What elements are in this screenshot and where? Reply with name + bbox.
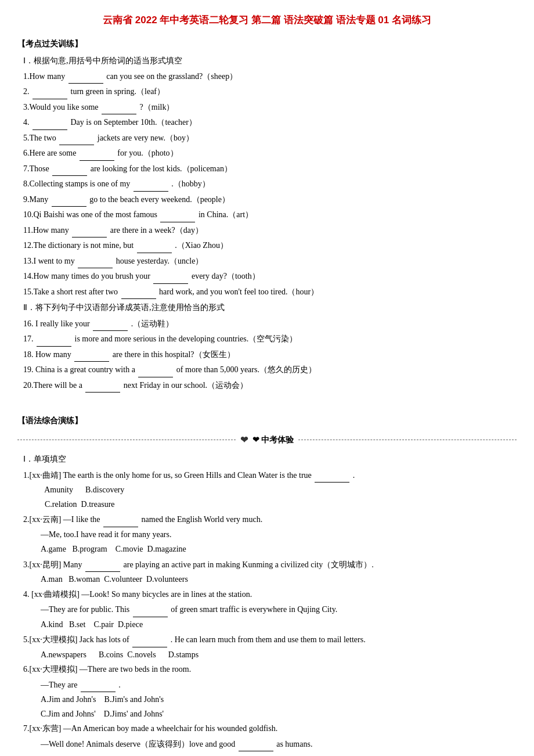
q3-1-options-ab: Amunity B.discovery: [41, 483, 517, 498]
page-title: 云南省 2022 年中考英语二轮复习 第二篇 语法突破篇 语法专题 01 名词练…: [17, 12, 517, 30]
blank-13: [78, 254, 113, 269]
blank-3-5: [132, 632, 167, 647]
q3-7-text2: —Well done! Animals deserve（应该得到）love an…: [41, 737, 517, 752]
q3-4-options: A.kind B.set C.pair D.piece: [41, 618, 517, 632]
blank-15: [121, 285, 156, 300]
q3: 3.Would you like some ?（milk）: [23, 100, 517, 115]
blank-3-4: [133, 602, 168, 617]
q18: 18. How many are there in this hospital?…: [23, 347, 517, 362]
blank-19: [138, 362, 173, 377]
q3-6-options-cd: C.Jim and Johns' D.Jims' and Johns': [41, 707, 517, 722]
blank-1: [68, 69, 103, 84]
q10: 10.Qi Baishi was one of the most famous …: [23, 207, 517, 222]
q5: 5.The two jackets are very new.（boy）: [23, 131, 517, 146]
q3-1-text: 1.[xx·曲靖] The earth is the only home for…: [23, 468, 517, 483]
q3-3-text: 3.[xx·昆明] Many are playing an active par…: [23, 557, 517, 573]
section1-header: 【考点过关训练】: [17, 37, 517, 51]
blank-5: [59, 131, 94, 146]
blank-10: [160, 207, 195, 222]
q3-7: 7.[xx·东营] —An American boy made a wheelc…: [23, 722, 517, 751]
q3-6: 6.[xx·大理模拟] —There are two beds in the r…: [23, 663, 517, 721]
blank-2: [33, 84, 67, 99]
blank-3-6: [81, 678, 116, 693]
q7: 7.Those are looking for the lost kids.（p…: [23, 161, 517, 177]
q17: 17. is more and more serious in the deve…: [23, 332, 517, 347]
blank-8: [134, 177, 168, 192]
blank-3-3: [85, 557, 120, 573]
blank-18: [74, 347, 109, 362]
q8: 8.Collecting stamps is one of my .（hobby…: [23, 177, 517, 192]
exam-center-label: ❤ 中考体验: [252, 433, 294, 447]
q3-6-text1: 6.[xx·大理模拟] —There are two beds in the r…: [23, 663, 517, 677]
part1-header: Ⅰ．根据句意,用括号中所给词的适当形式填空: [23, 53, 517, 68]
q11: 11.How many are there in a week?（day）: [23, 223, 517, 238]
blank-11: [72, 223, 107, 238]
blank-9: [52, 192, 86, 207]
blank-12: [137, 238, 172, 253]
q3-4: 4. [xx·曲靖模拟] —Look! So many bicycles are…: [23, 588, 517, 632]
q15: 15.Take a short rest after two hard work…: [23, 285, 517, 300]
q13: 13.I went to my house yesterday.（uncle）: [23, 254, 517, 269]
blank-3-2: [103, 512, 138, 527]
q3-1-options-cd: C.relation D.treasure: [41, 498, 517, 512]
q1: 1.How many can you see on the grassland?…: [23, 69, 517, 84]
q3-1: 1.[xx·曲靖] The earth is the only home for…: [23, 468, 517, 512]
blank-16: [93, 316, 128, 332]
part2-header: Ⅱ．将下列句子中汉语部分译成英语,注意使用恰当的形式: [23, 300, 517, 315]
q3-2-text: 2.[xx·云南] —I like the named the English …: [23, 512, 517, 527]
questions-part2: 16. I really like your .（运动鞋） 17. is mor…: [23, 316, 517, 393]
blank-6: [80, 146, 114, 161]
q3-4-text2: —They are for public. This of green smar…: [41, 602, 517, 617]
part3-header: Ⅰ．单项填空: [23, 452, 517, 466]
q3-5: 5.[xx·大理模拟] Jack has lots of . He can le…: [23, 632, 517, 662]
blank-20: [85, 378, 120, 393]
q6: 6.Here are some for you.（photo）: [23, 146, 517, 161]
q16: 16. I really like your .（运动鞋）: [23, 316, 517, 332]
q12: 12.The dictionary is not mine, but .（Xia…: [23, 238, 517, 253]
q3-3: 3.[xx·昆明] Many are playing an active par…: [23, 557, 517, 587]
q3-5-text: 5.[xx·大理模拟] Jack has lots of . He can le…: [23, 632, 517, 647]
heart-icon: ❤: [240, 432, 248, 449]
questions-part1: 1.How many can you see on the grassland?…: [23, 69, 517, 300]
q20: 20.There will be a next Friday in our sc…: [23, 378, 517, 393]
q3-4-text1: 4. [xx·曲靖模拟] —Look! So many bicycles are…: [23, 588, 517, 602]
q3-7-text1: 7.[xx·东营] —An American boy made a wheelc…: [23, 722, 517, 736]
q19: 19. China is a great country with a of m…: [23, 362, 517, 377]
questions-part3: 1.[xx·曲靖] The earth is the only home for…: [23, 468, 517, 752]
q4: 4. Day is on September 10th.（teacher）: [23, 115, 517, 130]
q3-2-options: A.game B.program C.movie D.magazine: [41, 542, 517, 557]
section2-header: 【语法综合演练】: [17, 413, 517, 428]
blank-3: [102, 100, 136, 115]
q3-2: 2.[xx·云南] —I like the named the English …: [23, 512, 517, 557]
q2: 2. turn green in spring.（leaf）: [23, 84, 517, 99]
blank-14: [153, 269, 188, 284]
q14: 14.How many times do you brush your ever…: [23, 269, 517, 284]
q3-6-options-ab: A.Jim and John's B.Jim's and John's: [41, 693, 517, 707]
exam-center-header: ❤ ❤ 中考体验: [17, 432, 517, 449]
blank-17: [37, 332, 71, 347]
blank-4: [33, 115, 67, 130]
q3-5-options: A.newspapers B.coins C.novels D.stamps: [41, 648, 517, 663]
q3-2-text2: —Me, too.I have read it for many years.: [41, 528, 517, 542]
blank-3-1: [315, 468, 349, 483]
blank-7: [52, 161, 87, 177]
blank-3-7: [239, 737, 273, 752]
q3-3-options: A.man B.woman C.volunteer D.volunteers: [41, 573, 517, 587]
q9: 9.Many go to the beach every weekend.（pe…: [23, 192, 517, 207]
q3-6-text2: —They are .: [41, 678, 517, 693]
